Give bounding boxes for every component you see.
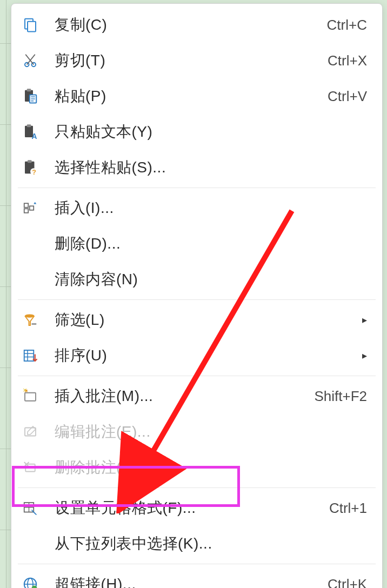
menu-shortcut: Shift+F2 xyxy=(314,388,367,405)
submenu-arrow-icon: ▸ xyxy=(362,350,367,362)
svg-point-37 xyxy=(28,578,33,588)
filter-icon xyxy=(22,312,55,328)
menu-item-sort[interactable]: 排序(U) ▸ xyxy=(11,338,382,373)
menu-label: 粘贴(P) xyxy=(55,86,328,106)
paste-icon xyxy=(22,88,55,104)
svg-rect-24 xyxy=(24,350,34,361)
menu-item-clear[interactable]: 清除内容(N) xyxy=(11,262,382,297)
menu-label: 删除批注(M) xyxy=(55,457,367,478)
menu-label: 筛选(L) xyxy=(55,310,358,330)
grid-line xyxy=(0,286,11,287)
insert-icon xyxy=(22,200,55,216)
context-menu: 复制(C) Ctrl+C 剪切(T) Ctrl+X 粘贴(P) Ctrl+V A… xyxy=(11,3,383,588)
menu-label: 编辑批注(E)... xyxy=(55,422,367,442)
menu-label: 剪切(T) xyxy=(55,50,328,71)
paste-text-icon: A xyxy=(22,124,55,140)
menu-shortcut: Ctrl+C xyxy=(327,17,367,34)
menu-shortcut: Ctrl+K xyxy=(328,576,367,589)
menu-label: 设置单元格格式(F)... xyxy=(55,498,329,518)
insert-comment-icon xyxy=(22,388,55,404)
menu-shortcut: Ctrl+X xyxy=(328,52,367,69)
svg-text:A: A xyxy=(32,132,37,141)
menu-item-insert-comment[interactable]: 插入批注(M)... Shift+F2 xyxy=(11,378,382,414)
menu-label: 复制(C) xyxy=(55,15,327,35)
cut-icon xyxy=(22,52,55,69)
menu-shortcut: Ctrl+V xyxy=(328,88,367,105)
menu-separator xyxy=(18,376,376,376)
copy-icon xyxy=(22,17,55,33)
menu-separator xyxy=(18,188,376,188)
menu-item-paste[interactable]: 粘贴(P) Ctrl+V xyxy=(11,78,382,114)
svg-rect-1 xyxy=(28,22,36,32)
menu-item-filter[interactable]: 筛选(L) ▸ xyxy=(11,302,382,338)
menu-shortcut: Ctrl+1 xyxy=(329,500,367,517)
hyperlink-icon xyxy=(22,576,55,588)
format-cells-icon xyxy=(22,500,55,516)
menu-label: 排序(U) xyxy=(55,345,358,366)
menu-separator xyxy=(18,299,376,300)
submenu-arrow-icon: ▸ xyxy=(362,314,367,326)
menu-separator xyxy=(18,487,376,488)
menu-separator xyxy=(18,564,376,564)
svg-rect-28 xyxy=(25,393,36,401)
grid-line xyxy=(0,205,11,206)
menu-label: 选择性粘贴(S)... xyxy=(55,157,367,178)
grid-line xyxy=(0,530,11,530)
menu-item-pick-from-list[interactable]: 从下拉列表中选择(K)... xyxy=(11,526,382,562)
svg-rect-13 xyxy=(27,124,31,127)
svg-rect-16 xyxy=(28,160,32,163)
menu-item-insert[interactable]: 插入(I)... xyxy=(11,190,382,226)
grid-line xyxy=(0,124,11,125)
svg-rect-7 xyxy=(27,89,31,91)
menu-item-cut[interactable]: 剪切(T) Ctrl+X xyxy=(11,43,382,78)
menu-label: 插入(I)... xyxy=(55,198,367,218)
svg-rect-20 xyxy=(24,209,29,213)
svg-rect-21 xyxy=(30,206,34,210)
menu-item-delete[interactable]: 删除(D)... xyxy=(11,226,382,262)
grid-line xyxy=(0,368,11,368)
menu-item-copy[interactable]: 复制(C) Ctrl+C xyxy=(11,7,382,43)
menu-label: 清除内容(N) xyxy=(55,269,367,290)
menu-item-paste-special[interactable]: ? 选择性粘贴(S)... xyxy=(11,150,382,185)
delete-comment-icon xyxy=(22,459,55,476)
menu-label: 删除(D)... xyxy=(55,233,367,254)
menu-item-delete-comment: 删除批注(M) xyxy=(11,450,382,485)
svg-rect-23 xyxy=(32,323,37,325)
paste-special-icon: ? xyxy=(22,159,55,176)
svg-rect-19 xyxy=(24,203,29,208)
menu-label: 从下拉列表中选择(K)... xyxy=(55,533,367,554)
edit-comment-icon xyxy=(22,424,55,440)
grid-line xyxy=(0,449,11,449)
menu-item-edit-comment: 编辑批注(E)... xyxy=(11,414,382,450)
grid-line xyxy=(0,43,11,44)
menu-label: 插入批注(M)... xyxy=(55,386,314,406)
grid-line xyxy=(6,0,6,588)
menu-item-format-cells[interactable]: 设置单元格格式(F)... Ctrl+1 xyxy=(11,490,382,526)
menu-label: 只粘贴文本(Y) xyxy=(55,122,367,142)
sort-icon xyxy=(22,348,55,364)
menu-item-hyperlink[interactable]: 超链接(H)... Ctrl+K xyxy=(11,566,382,588)
svg-text:?: ? xyxy=(32,169,36,176)
menu-label: 超链接(H)... xyxy=(55,574,328,588)
menu-item-paste-text[interactable]: A 只粘贴文本(Y) xyxy=(11,114,382,150)
